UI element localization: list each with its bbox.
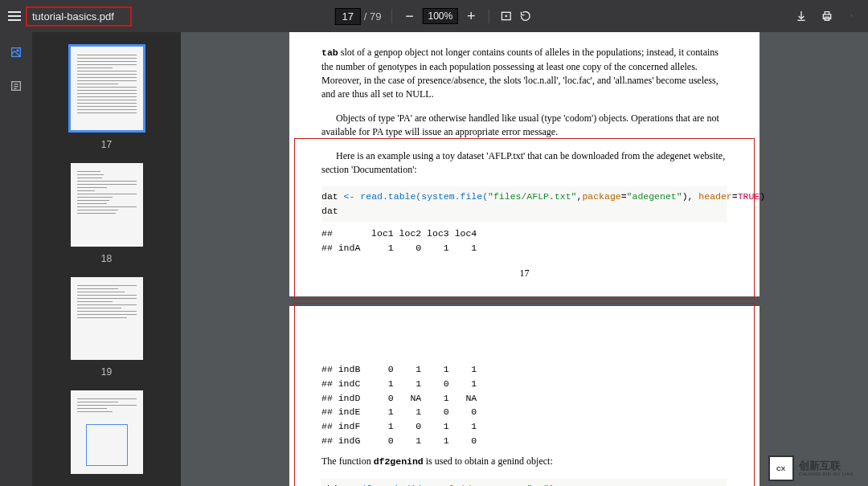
code-block: obj <- df2genind(dat, ploidy=1, type="PA… <box>321 479 727 486</box>
page-indicator: 17 / 79 <box>335 8 382 25</box>
thumbnail-label-18: 18 <box>101 253 112 264</box>
page-total: / 79 <box>364 10 382 22</box>
filename: tutorial-basics.pdf <box>32 10 114 22</box>
paragraph: tab slot of a genpop object not longer c… <box>321 46 727 102</box>
svg-point-5 <box>851 16 852 17</box>
document-viewport[interactable]: tab slot of a genpop object not longer c… <box>181 32 868 486</box>
thumbnail-20[interactable] <box>71 390 143 474</box>
thumbnail-19[interactable] <box>71 277 143 361</box>
watermark-logo: CX <box>768 455 794 481</box>
menu-icon[interactable] <box>8 11 21 21</box>
zoom-out-button[interactable]: − <box>401 8 417 25</box>
more-icon[interactable] <box>845 9 860 23</box>
paragraph: Objects of type 'PA' are otherwise handl… <box>321 112 727 140</box>
thumbnail-panel: 17 18 19 <box>32 32 181 486</box>
page-number-input[interactable]: 17 <box>335 8 361 25</box>
watermark: CX 创新互联 CHUANG XIN HU LIAN <box>768 455 854 481</box>
svg-point-4 <box>851 15 852 16</box>
filename-highlight: tutorial-basics.pdf <box>26 6 132 27</box>
outline-icon[interactable] <box>9 79 23 93</box>
page-18: ## indB 0 1 1 1 ## indC 1 1 0 1 ## indD … <box>289 306 760 486</box>
code-block: dat <- read.table(system.file("files/AFL… <box>321 186 727 222</box>
code-output: ## indB 0 1 1 1 ## indC 1 1 0 1 ## indD … <box>321 362 727 448</box>
zoom-value[interactable]: 100% <box>422 8 458 24</box>
thumbnail-label-17: 17 <box>101 139 112 150</box>
download-icon[interactable] <box>794 9 809 23</box>
svg-point-7 <box>17 50 18 51</box>
paragraph: Here is an example using a toy dataset '… <box>321 149 727 178</box>
zoom-in-button[interactable]: + <box>463 8 479 25</box>
watermark-sub: CHUANG XIN HU LIAN <box>799 472 854 477</box>
page-17: tab slot of a genpop object not longer c… <box>289 32 760 296</box>
svg-point-3 <box>851 14 852 15</box>
paragraph: The function df2genind is used to obtain… <box>321 455 727 469</box>
thumbnails-icon[interactable] <box>9 45 23 59</box>
rotate-icon[interactable] <box>518 9 533 23</box>
page-number: 17 <box>321 267 727 280</box>
code-output: ## loc1 loc2 loc3 loc4 ## indA 1 0 1 1 <box>321 227 727 255</box>
fit-to-page-icon[interactable] <box>499 9 514 23</box>
side-rail <box>0 32 32 486</box>
toolbar: tutorial-basics.pdf 17 / 79 − 100% + <box>0 0 868 32</box>
watermark-title: 创新互联 <box>799 460 854 472</box>
thumbnail-label-19: 19 <box>101 366 112 378</box>
thumbnail-18[interactable] <box>71 163 143 247</box>
print-icon[interactable] <box>820 9 834 23</box>
thumbnail-17[interactable] <box>68 44 145 133</box>
